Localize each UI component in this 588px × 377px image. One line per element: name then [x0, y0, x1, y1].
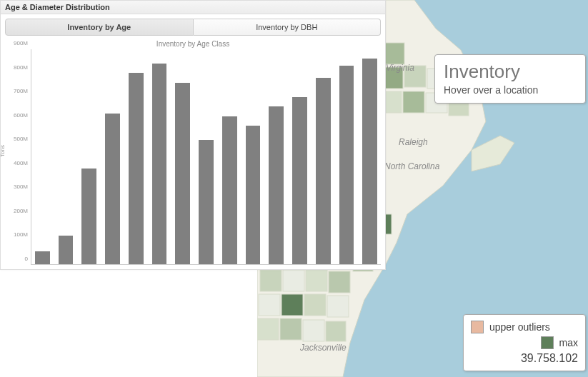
bar[interactable] — [269, 106, 284, 264]
bar[interactable] — [316, 78, 331, 264]
map-legend: upper outliers max 39.758.102 — [463, 314, 586, 371]
bar[interactable] — [292, 97, 307, 264]
svg-rect-38 — [280, 318, 302, 340]
chart-area: Tons 0100M200M300M400M500M600M700M800M90… — [1, 49, 385, 269]
y-axis: Tons 0100M200M300M400M500M600M700M800M90… — [2, 49, 31, 265]
map-info-subtitle: Hover over a location — [444, 84, 577, 96]
y-tick: 600M — [14, 111, 28, 118]
panel-header: Age & Diameter Distribution — [1, 1, 385, 14]
bar[interactable] — [105, 114, 120, 264]
svg-rect-31 — [306, 270, 327, 291]
svg-rect-29 — [260, 270, 281, 291]
bar[interactable] — [152, 64, 167, 264]
svg-rect-5 — [383, 43, 404, 64]
svg-rect-34 — [281, 294, 303, 316]
svg-rect-39 — [303, 320, 324, 341]
svg-rect-12 — [404, 66, 426, 87]
legend-max-label: max — [559, 337, 578, 348]
swatch-max-icon — [541, 336, 554, 349]
y-tick: 100M — [14, 231, 28, 238]
legend-row-max: max — [471, 336, 578, 349]
bar[interactable] — [246, 126, 261, 264]
y-tick: 800M — [14, 64, 28, 70]
tab-inventory-by-age[interactable]: Inventory by Age — [5, 19, 194, 36]
chart-plot — [31, 49, 381, 265]
y-tick: 0 — [25, 256, 28, 262]
svg-rect-36 — [327, 296, 349, 317]
bar[interactable] — [81, 169, 96, 264]
y-tick: 900M — [14, 40, 28, 46]
bar[interactable] — [222, 116, 237, 264]
swatch-outlier-icon — [471, 321, 484, 333]
bar[interactable] — [175, 83, 190, 264]
y-axis-label: Tons — [0, 145, 6, 157]
tab-row: Inventory by Age Inventory by DBH — [1, 14, 385, 36]
y-tick: 500M — [14, 136, 28, 142]
bar[interactable] — [199, 140, 214, 264]
chart-title: Inventory by Age Class — [1, 40, 385, 48]
svg-rect-32 — [329, 271, 350, 293]
chart-panel: Age & Diameter Distribution Inventory by… — [0, 0, 386, 270]
bars-container — [31, 49, 381, 264]
svg-rect-33 — [259, 294, 280, 316]
svg-rect-30 — [283, 270, 304, 291]
legend-outliers-label: upper outliers — [489, 321, 550, 333]
y-tick: 400M — [14, 159, 28, 166]
svg-rect-20 — [403, 91, 424, 113]
map-info-title: Inventory — [444, 61, 577, 83]
svg-rect-35 — [304, 294, 326, 316]
y-tick: 700M — [14, 88, 28, 94]
tab-inventory-by-dbh[interactable]: Inventory by DBH — [194, 19, 382, 36]
y-tick: 200M — [14, 207, 28, 213]
bar[interactable] — [339, 66, 354, 264]
bar[interactable] — [35, 251, 50, 264]
svg-rect-37 — [257, 318, 279, 340]
y-tick: 300M — [14, 184, 28, 190]
map-info-box: Inventory Hover over a location — [434, 54, 586, 104]
bar[interactable] — [362, 59, 377, 264]
bar[interactable] — [129, 73, 144, 264]
bar[interactable] — [59, 236, 74, 264]
svg-rect-40 — [326, 321, 346, 341]
legend-max-value: 39.758.102 — [471, 352, 578, 365]
legend-row-outliers: upper outliers — [471, 321, 578, 333]
